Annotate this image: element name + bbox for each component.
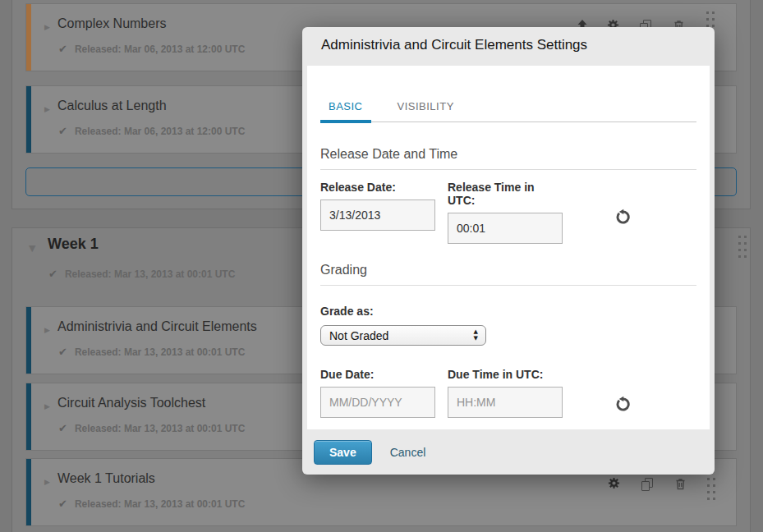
release-status-text: Released: Mar 13, 2013 at 00:01 UTC	[75, 346, 245, 358]
grade-as-select[interactable]: Not Graded ▲▼	[320, 325, 486, 346]
subsection-title: Administrivia and Circuit Elements	[57, 319, 257, 334]
release-status: ✔ Released: Mar 13, 2013 at 00:01 UTC	[48, 268, 235, 280]
cancel-button[interactable]: Cancel	[390, 446, 426, 459]
due-time-field: Due Time in UTC:	[448, 368, 563, 418]
subsection-title: Circuit Analysis Toolchest	[57, 396, 205, 410]
subsection-title: Complex Numbers	[57, 16, 166, 31]
due-date-label: Due Date:	[320, 368, 435, 381]
due-time-label: Due Time in UTC:	[448, 368, 563, 381]
release-time-input[interactable]	[448, 213, 563, 244]
expand-icon[interactable]: ▶	[44, 23, 50, 31]
modal-footer: Save Cancel	[302, 429, 715, 475]
tab-bar: BASIC VISIBILITY	[320, 66, 696, 122]
subsection-title: Calculus at Length	[57, 99, 167, 113]
save-button[interactable]: Save	[314, 440, 372, 465]
status-strip-draft	[26, 4, 31, 71]
release-status: ✔ Released: Mar 13, 2013 at 00:01 UTC	[58, 422, 245, 434]
modal-content: BASIC VISIBILITY Release Date and Time R…	[307, 66, 710, 429]
status-strip-published	[26, 86, 31, 153]
status-strip-published	[26, 459, 31, 525]
section-title: Week 1	[48, 236, 99, 253]
expand-icon[interactable]: ▶	[44, 326, 50, 334]
settings-gear-icon[interactable]	[608, 477, 620, 492]
release-status: ✔ Released: Mar 06, 2013 at 12:00 UTC	[58, 125, 245, 137]
due-fields-row: Due Date: Due Time in UTC:	[320, 368, 696, 418]
grade-as-label: Grade as:	[320, 305, 696, 318]
release-time-field: Release Time in UTC:	[448, 181, 563, 244]
release-status-text: Released: Mar 06, 2013 at 12:00 UTC	[75, 126, 245, 137]
release-status-text: Released: Mar 13, 2013 at 00:01 UTC	[65, 268, 235, 280]
reset-release-icon[interactable]	[614, 207, 631, 227]
grade-as-value: Not Graded	[329, 329, 388, 342]
status-strip-published	[26, 307, 31, 374]
due-date-input[interactable]	[320, 387, 435, 418]
check-icon: ✔	[58, 346, 67, 358]
release-section-heading: Release Date and Time	[320, 147, 696, 170]
due-time-input[interactable]	[448, 387, 563, 418]
release-status: ✔ Released: Mar 13, 2013 at 00:01 UTC	[58, 498, 245, 510]
release-fields-row: Release Date: Release Time in UTC:	[320, 181, 696, 244]
tab-visibility[interactable]: VISIBILITY	[389, 100, 462, 123]
reset-due-icon[interactable]	[614, 394, 631, 414]
settings-modal: Administrivia and Circuit Elements Setti…	[302, 27, 715, 475]
drag-handle[interactable]	[707, 478, 715, 500]
drag-handle[interactable]	[738, 236, 747, 258]
release-status: ✔ Released: Mar 13, 2013 at 00:01 UTC	[58, 346, 245, 358]
delete-icon[interactable]	[674, 477, 687, 493]
course-outline-page: ▶ Complex Numbers ✔ Released: Mar 06, 20…	[0, 0, 763, 532]
expand-icon[interactable]: ▶	[44, 478, 50, 486]
release-date-label: Release Date:	[320, 181, 435, 194]
release-status-text: Released: Mar 13, 2013 at 00:01 UTC	[75, 498, 245, 510]
release-status-text: Released: Mar 06, 2013 at 12:00 UTC	[75, 44, 245, 55]
select-arrows-icon: ▲▼	[474, 328, 478, 342]
tab-basic[interactable]: BASIC	[320, 100, 371, 123]
check-icon: ✔	[58, 43, 67, 55]
check-icon: ✔	[58, 422, 67, 434]
check-icon: ✔	[58, 125, 67, 137]
collapse-icon[interactable]: ▼	[29, 243, 35, 254]
check-icon: ✔	[48, 268, 57, 280]
due-date-field: Due Date:	[320, 368, 435, 418]
modal-title: Administrivia and Circuit Elements Setti…	[321, 37, 587, 53]
release-status: ✔ Released: Mar 06, 2013 at 12:00 UTC	[58, 43, 245, 55]
release-status-text: Released: Mar 13, 2013 at 00:01 UTC	[75, 423, 245, 434]
grading-section-heading: Grading	[320, 263, 696, 286]
duplicate-icon[interactable]	[641, 478, 655, 491]
expand-icon[interactable]: ▶	[44, 402, 50, 410]
release-date-field: Release Date:	[320, 181, 435, 244]
release-time-label: Release Time in UTC:	[448, 181, 563, 207]
release-date-input[interactable]	[320, 200, 435, 231]
check-icon: ✔	[58, 498, 67, 510]
status-strip-published	[26, 383, 31, 450]
expand-icon[interactable]: ▶	[44, 105, 50, 113]
subsection-title: Week 1 Tutorials	[57, 471, 155, 486]
